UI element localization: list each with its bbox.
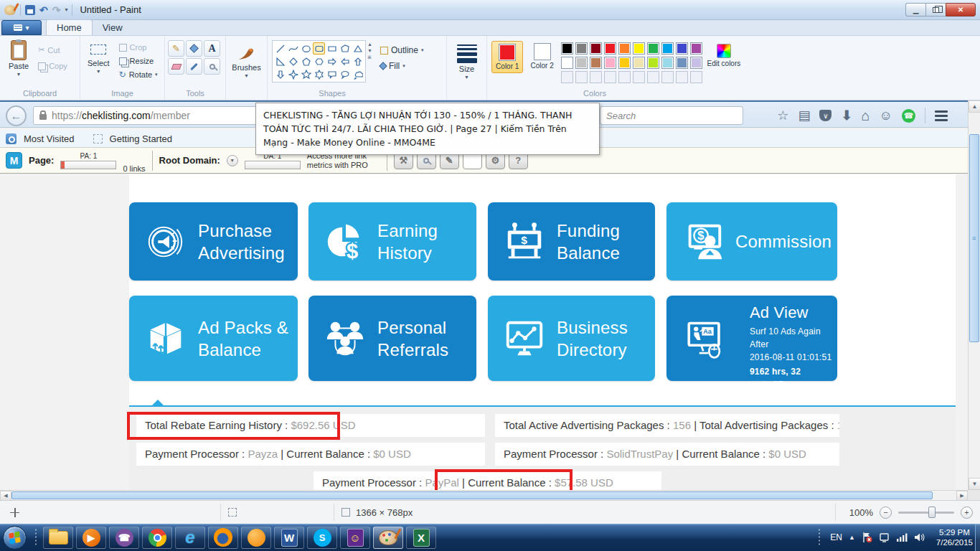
shape-cloud-callout-icon[interactable] (352, 68, 364, 80)
palette-empty-swatch[interactable] (690, 71, 702, 83)
palette-color-swatch[interactable] (561, 42, 573, 55)
palette-empty-swatch[interactable] (590, 71, 602, 83)
pocket-icon[interactable]: ∨ (819, 110, 831, 121)
taskbar-ie-button[interactable]: e (175, 527, 205, 549)
brushes-button[interactable]: Brushes▼ (226, 39, 267, 80)
hidden-icons-icon[interactable]: ▲ (849, 534, 855, 541)
tile-ad-packs-balance[interactable]: Ad Packs & Balance (129, 296, 298, 381)
download-icon[interactable]: ⬇ (841, 108, 852, 123)
feedback-smiley-icon[interactable]: ☺ (880, 108, 892, 123)
palette-color-swatch[interactable] (647, 42, 659, 55)
palette-color-swatch[interactable] (633, 57, 645, 69)
taskbar-chrome-button[interactable] (142, 527, 172, 549)
bookmark-getting-started[interactable]: Getting Started (110, 133, 172, 144)
shapes-scroll[interactable]: ▲▼≣ (367, 39, 372, 83)
taskbar-firefox-button[interactable] (208, 527, 238, 549)
palette-color-swatch[interactable] (618, 42, 631, 55)
shape-rounded-rectangle-icon[interactable] (313, 42, 325, 55)
close-button[interactable]: ✕ (946, 3, 976, 17)
palette-color-swatch[interactable] (661, 57, 674, 69)
palette-empty-swatch[interactable] (647, 71, 659, 83)
tile-earning-history[interactable]: $Earning History (308, 202, 476, 281)
text-tool[interactable]: A (204, 40, 220, 57)
taskbar-viber-button[interactable]: ☎ (109, 527, 139, 549)
minimize-button[interactable]: ▁ (905, 3, 925, 17)
shape-four-point-star-icon[interactable] (287, 68, 299, 80)
start-button[interactable] (3, 526, 27, 550)
search-input[interactable] (600, 106, 743, 125)
tab-view[interactable]: View (93, 20, 133, 35)
taskbar-wmp-button[interactable]: ▶ (76, 527, 106, 549)
whatsapp-icon[interactable]: ☎ (902, 109, 915, 123)
color2-button[interactable]: Color 2 (526, 41, 557, 72)
palette-empty-swatch[interactable] (633, 71, 645, 83)
scroll-left-icon[interactable]: ◀ (0, 491, 11, 501)
shape-left-arrow-icon[interactable] (339, 55, 351, 67)
tile-business-directory[interactable]: Business Directory (488, 296, 655, 381)
shape-rectangular-callout-icon[interactable] (326, 68, 338, 80)
palette-color-swatch[interactable] (604, 57, 616, 69)
palette-color-swatch[interactable] (661, 42, 674, 55)
shape-right-triangle-icon[interactable] (274, 55, 286, 67)
shape-polygon-icon[interactable] (339, 42, 351, 55)
palette-color-swatch[interactable] (604, 42, 616, 55)
palette-empty-swatch[interactable] (661, 71, 674, 83)
taskbar-explorer-button[interactable] (43, 527, 73, 549)
horizontal-scroll-thumb[interactable] (11, 491, 933, 499)
shape-triangle-icon[interactable] (352, 42, 364, 55)
fill-tool[interactable] (186, 40, 202, 57)
safely-remove-icon[interactable] (879, 532, 890, 543)
paint-canvas[interactable]: ← https://cheklisting.com/member ☆ ▤ ∨ ⬇… (0, 100, 980, 500)
rotate-button[interactable]: ↻Rotate▾ (117, 70, 160, 80)
clock[interactable]: 5:29 PM 7/26/2015 (936, 527, 973, 547)
palette-color-swatch[interactable] (561, 57, 573, 69)
shape-oval-icon[interactable] (300, 42, 312, 55)
mozbar-icon[interactable]: M (6, 152, 22, 169)
volume-icon[interactable] (914, 532, 925, 542)
network-icon[interactable] (896, 532, 908, 542)
size-button[interactable]: Size▼ (447, 39, 486, 81)
taskbar-orange-app-button[interactable] (241, 527, 271, 549)
zoom-out-icon[interactable]: − (880, 507, 892, 519)
fill-shape-button[interactable]: Fill▾ (378, 60, 426, 72)
palette-empty-swatch[interactable] (604, 71, 616, 83)
palette-color-swatch[interactable] (676, 42, 688, 55)
edit-colors-button[interactable]: Edit colors (707, 41, 741, 67)
palette-color-swatch[interactable] (647, 57, 659, 69)
tile-ad-view[interactable]: AaAd ViewSurf 10 Ads Again After2016-08-… (666, 296, 837, 381)
eraser-tool[interactable] (168, 58, 184, 75)
shape-curve-icon[interactable] (287, 42, 299, 55)
palette-empty-swatch[interactable] (618, 71, 631, 83)
vertical-scroll-thumb[interactable] (969, 134, 979, 342)
paste-button[interactable]: Paste▼ (6, 39, 32, 78)
menu-icon[interactable] (935, 110, 948, 121)
scroll-down-icon[interactable]: ▼ (969, 478, 980, 490)
shape-down-arrow-icon[interactable] (274, 68, 286, 80)
palette-color-swatch[interactable] (575, 57, 588, 69)
taskbar-word-button[interactable]: W (274, 527, 304, 549)
palette-color-swatch[interactable] (676, 57, 688, 69)
shape-five-point-star-icon[interactable] (300, 68, 312, 80)
palette-color-swatch[interactable] (690, 42, 702, 55)
shape-hexagon-icon[interactable] (313, 55, 325, 67)
bookmark-most-visited[interactable]: Most Visited (24, 133, 75, 144)
resize-button[interactable]: Resize (117, 56, 160, 66)
color-picker-tool[interactable] (186, 58, 202, 75)
paint-menu-button[interactable]: ▾ (1, 20, 42, 35)
shape-line-icon[interactable] (274, 42, 286, 55)
vertical-scrollbar[interactable]: ▲ ▼ (968, 100, 980, 490)
restore-button[interactable] (925, 3, 946, 17)
palette-color-swatch[interactable] (633, 42, 645, 55)
tile-personal-referrals[interactable]: Personal Referrals (308, 296, 476, 381)
tile-purchase-advertising[interactable]: Purchase Advertising (129, 202, 298, 281)
shape-oval-callout-icon[interactable] (339, 68, 351, 80)
qat-dropdown-icon[interactable]: ▾ (65, 6, 67, 13)
shape-right-arrow-icon[interactable] (326, 55, 338, 67)
home-icon[interactable]: ⌂ (862, 108, 870, 123)
tile-commission[interactable]: $Commission (666, 202, 837, 281)
palette-color-swatch[interactable] (618, 57, 631, 69)
bookmark-star-icon[interactable]: ☆ (777, 108, 788, 123)
palette-color-swatch[interactable] (590, 42, 602, 55)
taskbar-paint-button[interactable] (373, 527, 403, 549)
scroll-right-icon[interactable]: ▶ (956, 491, 968, 501)
